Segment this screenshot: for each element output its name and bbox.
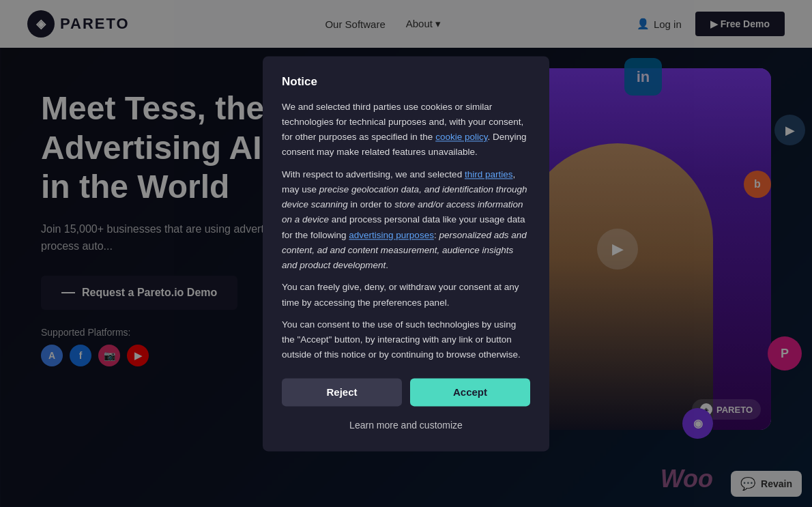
modal-actions: Reject Accept <box>282 378 530 406</box>
reject-button[interactable]: Reject <box>282 378 402 406</box>
third-parties-link[interactable]: third parties <box>465 169 513 179</box>
cookie-modal: Notice We and selected third parties use… <box>263 56 549 451</box>
modal-title: Notice <box>282 75 530 89</box>
cookie-policy-link[interactable]: cookie policy <box>435 132 487 142</box>
advertising-purposes-link[interactable]: advertising purposes <box>349 230 434 240</box>
modal-body: We and selected third parties use cookie… <box>282 100 530 363</box>
accept-button[interactable]: Accept <box>410 378 530 406</box>
customize-link[interactable]: Learn more and customize <box>282 416 530 435</box>
